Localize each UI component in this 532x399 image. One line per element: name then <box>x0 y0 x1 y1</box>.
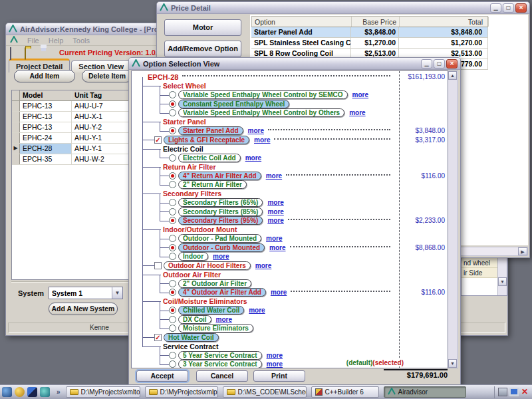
unit-tag-cell[interactable]: AHU-X-1 <box>72 112 129 122</box>
scroll-down-icon[interactable]: ▼ <box>498 277 507 286</box>
option-pill[interactable]: 4" Return Air Filter Add <box>178 172 261 180</box>
more-link[interactable]: more <box>349 109 365 116</box>
scroll-down-icon[interactable]: ▼ <box>448 359 457 368</box>
option-radio[interactable] <box>169 316 176 323</box>
network-error-tray-icon[interactable] <box>521 388 530 396</box>
option-pill[interactable]: Secondary Filters (95%) <box>178 216 263 225</box>
option-checkbox[interactable] <box>154 262 162 269</box>
add-new-system-button[interactable]: Add A New System <box>49 303 118 315</box>
price-table-row[interactable]: SPL Stainless Steel Casing Cooling$1,270… <box>251 38 488 49</box>
price-table-header-cell[interactable]: Base Price <box>352 17 400 27</box>
messenger-icon[interactable] <box>27 387 37 397</box>
option-pill[interactable]: 3 Year Service Contract <box>178 360 262 368</box>
chevron-down-icon[interactable]: ▼ <box>112 287 122 299</box>
option-pill[interactable]: Outdoor Air Hood Filters <box>164 261 251 270</box>
add-remove-option-button[interactable]: Add/Remove Option <box>164 41 241 57</box>
cancel-button[interactable]: Cancel <box>196 370 248 382</box>
table-row[interactable]: EPHC-24AHU-Y-1OUTDOOR <box>12 133 128 144</box>
table-row[interactable]: EPCH-35AHU-W-2INDOOR <box>12 154 128 165</box>
open-folder-icon[interactable] <box>25 48 35 57</box>
option-radio[interactable] <box>169 360 176 368</box>
taskbar-task-active[interactable]: Airadvisor <box>384 386 466 398</box>
model-cell[interactable]: EPCH-35 <box>20 154 72 164</box>
scroll-right-icon[interactable]: ▶ <box>518 247 527 255</box>
taskbar-task-button[interactable]: D:\MS_CODE\MLSched <box>223 386 307 398</box>
table-row[interactable]: EPHC-13AHU-Y-2OUTDOOR <box>12 122 128 133</box>
model-cell[interactable]: EPHC-13 <box>20 101 72 111</box>
option-pill[interactable]: Indoor <box>178 252 208 261</box>
option-radio[interactable] <box>169 352 176 359</box>
option-checkbox[interactable]: ✓ <box>154 334 162 341</box>
image-tray-icon[interactable] <box>498 388 507 396</box>
option-radio[interactable] <box>169 280 176 287</box>
option-radio[interactable] <box>169 181 176 188</box>
close-button[interactable]: ✕ <box>515 3 527 13</box>
display-tray-icon[interactable] <box>509 388 519 396</box>
ie-icon[interactable] <box>2 387 12 397</box>
scroll-up-icon[interactable]: ▲ <box>448 71 457 80</box>
fragment-scrollbar[interactable]: ▼ <box>497 258 507 295</box>
option-radio[interactable] <box>169 100 176 108</box>
table-row[interactable]: EPHC-13AHU-U-7OUTDOOR <box>12 101 128 112</box>
option-radio[interactable] <box>169 289 176 296</box>
option-pill[interactable]: Outdoor - Pad Mounted <box>178 234 261 243</box>
print-button[interactable]: Print <box>253 370 305 382</box>
option-pill[interactable]: Outdoor - Curb Mounted <box>178 243 265 252</box>
unit-tag-cell[interactable]: AHU-Y-1 <box>72 133 129 143</box>
more-link[interactable]: more <box>267 352 283 359</box>
option-radio[interactable] <box>169 199 176 206</box>
option-pill[interactable]: DX Coil <box>178 315 211 324</box>
unit-tag-cell[interactable]: AHU-U-7 <box>72 101 129 111</box>
option-radio[interactable] <box>169 217 176 224</box>
more-link[interactable]: more <box>352 91 368 98</box>
price-detail-titlebar[interactable]: Price Detail ▁ ▢ ✕ <box>157 2 529 14</box>
option-radio[interactable] <box>169 127 176 134</box>
option-radio[interactable] <box>169 172 176 180</box>
option-selection-titlebar[interactable]: Option Selection View ▁ ▢ ✕ <box>129 58 460 70</box>
more-link[interactable]: more <box>269 244 285 251</box>
more-link[interactable]: more <box>255 262 271 269</box>
more-link[interactable]: more <box>267 208 283 215</box>
table-row[interactable]: EPHC-13AHU-X-1OUTDOOR <box>12 112 128 122</box>
option-pill[interactable]: Secondary Filters (85%) <box>178 207 263 216</box>
option-pill[interactable]: Secondary Filters (65%) <box>178 198 263 207</box>
media-player-icon[interactable] <box>15 387 25 397</box>
more-link[interactable]: more <box>245 154 261 162</box>
grid-header-cell[interactable]: Model <box>20 90 72 100</box>
delete-item-button[interactable]: Delete Item <box>82 70 132 82</box>
motor-button[interactable]: Motor <box>164 19 241 36</box>
option-radio[interactable] <box>169 154 176 162</box>
more-link[interactable]: more <box>254 136 270 144</box>
more-link[interactable]: more <box>267 217 283 224</box>
quicklaunch-chevron-icon[interactable]: » <box>57 388 61 396</box>
more-link[interactable]: more <box>266 235 282 242</box>
more-link[interactable]: more <box>216 316 232 323</box>
option-pill[interactable]: Moisture Eliminators <box>178 324 253 332</box>
show-desktop-icon[interactable] <box>40 387 50 397</box>
price-table-header-cell[interactable]: Total <box>400 17 489 27</box>
maximize-button[interactable]: ▢ <box>503 3 514 13</box>
fragment-list-item[interactable]: nd wheel <box>462 258 497 268</box>
tree-scrollbar[interactable]: ▲ ▼ <box>448 70 458 368</box>
model-cell[interactable]: EPHC-24 <box>20 133 72 143</box>
more-link[interactable]: more <box>271 289 287 296</box>
option-pill[interactable]: 2" Return Air Filter <box>178 180 247 189</box>
more-link[interactable]: more <box>267 360 283 368</box>
option-pill[interactable]: Variable Speed Enthalpy Wheel Control by… <box>178 90 348 99</box>
option-radio[interactable] <box>169 91 176 98</box>
maximize-button[interactable]: ▢ <box>434 59 445 68</box>
more-link[interactable]: more <box>248 127 264 134</box>
new-document-icon[interactable] <box>10 48 20 57</box>
option-radio[interactable] <box>169 325 176 332</box>
minimize-button[interactable]: ▁ <box>490 3 501 13</box>
option-radio[interactable] <box>169 244 176 251</box>
menu-tools[interactable]: Tools <box>72 37 90 45</box>
option-pill[interactable]: Constant Speed Enthalpy Wheel <box>178 100 289 108</box>
option-pill[interactable]: Chilled Water Coil <box>178 306 244 315</box>
unit-tag-cell[interactable]: AHU-W-2 <box>72 154 129 164</box>
option-cell[interactable]: Starter Panel Add <box>251 27 351 37</box>
menu-help[interactable]: Help <box>49 37 64 45</box>
unit-tag-cell[interactable]: AHU-Y-1 <box>72 144 129 154</box>
option-radio[interactable] <box>169 253 176 260</box>
model-cell[interactable]: EPHC-13 <box>20 112 72 122</box>
